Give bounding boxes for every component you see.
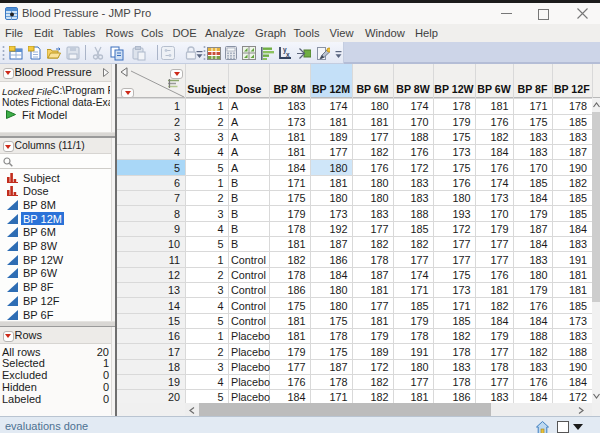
svg-text:x: x xyxy=(286,51,290,58)
